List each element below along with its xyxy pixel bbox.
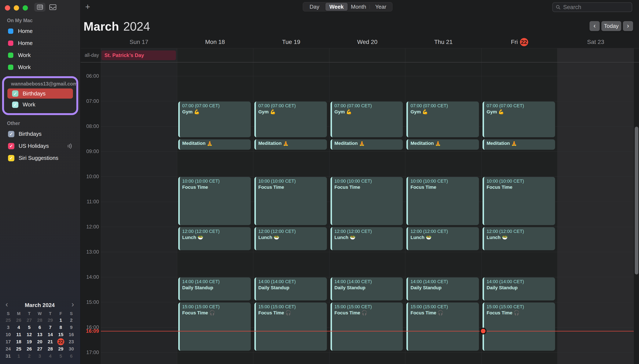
mini-calendar-day-9[interactable]: 9 xyxy=(66,324,77,331)
sidebar-item-us-holidays[interactable]: ✓US Holidays xyxy=(0,140,80,152)
zoom-button[interactable] xyxy=(23,5,28,10)
mini-calendar-day-29[interactable]: 29 xyxy=(56,346,66,352)
close-button[interactable] xyxy=(5,5,10,10)
next-week-button[interactable]: › xyxy=(623,21,633,31)
event-focus-time[interactable]: 10:00 (10:00 CET)Focus Time xyxy=(406,177,479,225)
mini-calendar-prev-icon[interactable]: ‹ xyxy=(6,301,8,310)
mini-calendar-day-28[interactable]: 28 xyxy=(45,346,56,352)
all-day-cell-fri[interactable] xyxy=(481,48,557,62)
mini-calendar-day-5[interactable]: 5 xyxy=(24,324,35,331)
mini-calendar-day-17[interactable]: 17 xyxy=(3,338,14,346)
day-column-sun[interactable] xyxy=(101,62,177,364)
mini-calendar-day-21[interactable]: 21 xyxy=(45,338,56,346)
event-gym[interactable]: 07:00 (07:00 CET)Gym 💪 xyxy=(483,102,555,137)
calendar-view-button[interactable] xyxy=(34,3,46,12)
mini-calendar-day-25[interactable]: 25 xyxy=(3,317,14,324)
prev-week-button[interactable]: ‹ xyxy=(589,21,600,31)
mini-calendar-day-20[interactable]: 20 xyxy=(35,338,45,346)
day-column-wed[interactable]: 07:00 (07:00 CET)Gym 💪Meditation 🧘10:00 … xyxy=(329,62,405,364)
event-focus-time[interactable]: 15:00 (15:00 CET)Focus Time 🎧 xyxy=(483,302,555,351)
sidebar-item-work[interactable]: Work xyxy=(0,61,80,73)
day-header-sun-17[interactable]: Sun 17 xyxy=(101,36,177,48)
mini-calendar-day-11[interactable]: 11 xyxy=(14,331,24,338)
event-lunch[interactable]: 12:00 (12:00 CET)Lunch 🥗 xyxy=(330,227,403,250)
event-gym[interactable]: 07:00 (07:00 CET)Gym 💪 xyxy=(406,102,479,137)
mini-calendar-day-6[interactable]: 6 xyxy=(66,352,77,360)
all-day-cell-tue[interactable] xyxy=(253,48,329,62)
mini-calendar-day-16[interactable]: 16 xyxy=(66,331,77,338)
mini-calendar-day-15[interactable]: 15 xyxy=(56,331,66,338)
vertical-scrollbar[interactable] xyxy=(635,127,638,274)
tab-week[interactable]: Week xyxy=(325,3,347,11)
day-header-tue-19[interactable]: Tue 19 xyxy=(253,36,329,48)
mini-calendar-day-26[interactable]: 26 xyxy=(24,346,35,352)
mini-calendar-day-29[interactable]: 29 xyxy=(45,317,56,324)
event-focus-time[interactable]: 15:00 (15:00 CET)Focus Time 🎧 xyxy=(330,302,403,351)
day-header-mon-18[interactable]: Mon 18 xyxy=(177,36,253,48)
tab-year[interactable]: Year xyxy=(370,3,392,11)
all-day-cell-sun[interactable]: St. Patrick’s Day xyxy=(101,48,177,62)
event-focus-time[interactable]: 10:00 (10:00 CET)Focus Time xyxy=(254,177,327,225)
mini-calendar-day-13[interactable]: 13 xyxy=(35,331,45,338)
sidebar-item-home[interactable]: Home xyxy=(0,25,80,37)
mini-calendar-day-4[interactable]: 4 xyxy=(14,324,24,331)
sidebar-item-birthdays[interactable]: ✓Birthdays xyxy=(0,128,80,140)
calendar-checkbox[interactable]: ✓ xyxy=(8,131,14,137)
calendar-checkbox[interactable] xyxy=(8,40,13,46)
calendar-checkbox[interactable] xyxy=(8,52,13,58)
calendar-checkbox[interactable]: ✓ xyxy=(12,90,18,97)
day-column-thu[interactable]: 07:00 (07:00 CET)Gym 💪Meditation 🧘10:00 … xyxy=(405,62,481,364)
day-column-sat[interactable] xyxy=(557,62,634,364)
mini-calendar-day-3[interactable]: 3 xyxy=(3,324,14,331)
event-meditation[interactable]: Meditation 🧘 xyxy=(254,139,327,150)
event-focus-time[interactable]: 15:00 (15:00 CET)Focus Time 🎧 xyxy=(406,302,479,351)
day-column-tue[interactable]: 07:00 (07:00 CET)Gym 💪Meditation 🧘10:00 … xyxy=(253,62,329,364)
add-event-button[interactable]: + xyxy=(85,2,90,11)
event-daily-standup[interactable]: 14:00 (14:00 CET)Daily Standup xyxy=(330,278,403,300)
mini-calendar-day-30[interactable]: 30 xyxy=(66,346,77,352)
event-gym[interactable]: 07:00 (07:00 CET)Gym 💪 xyxy=(254,102,327,137)
tab-month[interactable]: Month xyxy=(348,3,370,11)
calendar-checkbox[interactable]: ✓ xyxy=(8,155,14,161)
event-focus-time[interactable]: 15:00 (15:00 CET)Focus Time 🎧 xyxy=(254,302,327,351)
mini-calendar-day-24[interactable]: 24 xyxy=(3,346,14,352)
all-day-cell-thu[interactable] xyxy=(405,48,481,62)
mini-calendar-day-12[interactable]: 12 xyxy=(24,331,35,338)
day-header-thu-21[interactable]: Thu 21 xyxy=(405,36,482,48)
mini-calendar-next-icon[interactable]: › xyxy=(72,301,74,310)
day-column-mon[interactable]: 07:00 (07:00 CET)Gym 💪Meditation 🧘10:00 … xyxy=(177,62,253,364)
today-button[interactable]: Today xyxy=(601,21,621,31)
all-day-event-st-patrick-s-day[interactable]: St. Patrick’s Day xyxy=(102,50,176,60)
all-day-cell-sat[interactable] xyxy=(557,48,634,62)
event-meditation[interactable]: Meditation 🧘 xyxy=(406,139,479,150)
sidebar-item-work[interactable]: Work xyxy=(0,49,80,61)
mini-calendar-day-25[interactable]: 25 xyxy=(14,346,24,352)
event-lunch[interactable]: 12:00 (12:00 CET)Lunch 🥗 xyxy=(406,227,479,250)
event-daily-standup[interactable]: 14:00 (14:00 CET)Daily Standup xyxy=(178,278,251,300)
mini-calendar-day-4[interactable]: 4 xyxy=(45,352,56,360)
calendar-checkbox[interactable]: ✓ xyxy=(12,102,18,108)
mini-calendar-day-1[interactable]: 1 xyxy=(56,317,66,324)
mini-calendar-day-6[interactable]: 6 xyxy=(35,324,45,331)
inbox-button[interactable] xyxy=(48,4,58,11)
mini-calendar-day-27[interactable]: 27 xyxy=(35,346,45,352)
event-daily-standup[interactable]: 14:00 (14:00 CET)Daily Standup xyxy=(483,278,555,300)
event-focus-time[interactable]: 10:00 (10:00 CET)Focus Time xyxy=(483,177,555,225)
calendar-checkbox[interactable]: ✓ xyxy=(8,143,14,149)
event-gym[interactable]: 07:00 (07:00 CET)Gym 💪 xyxy=(330,102,403,137)
calendar-checkbox[interactable] xyxy=(8,28,13,34)
sidebar-item-birthdays[interactable]: ✓Birthdays xyxy=(8,88,73,98)
day-header-fri-22[interactable]: Fri22 xyxy=(482,36,558,48)
mini-calendar-day-28[interactable]: 28 xyxy=(35,317,45,324)
day-header-sat-23[interactable]: Sat 23 xyxy=(558,36,634,48)
search-field[interactable] xyxy=(552,2,632,12)
mini-calendar-day-22[interactable]: 22 xyxy=(56,338,66,346)
mini-calendar-day-3[interactable]: 3 xyxy=(35,352,45,360)
event-lunch[interactable]: 12:00 (12:00 CET)Lunch 🥗 xyxy=(254,227,327,250)
event-gym[interactable]: 07:00 (07:00 CET)Gym 💪 xyxy=(178,102,251,137)
all-day-cell-mon[interactable] xyxy=(177,48,253,62)
sidebar-item-siri-suggestions[interactable]: ✓Siri Suggestions xyxy=(0,152,80,164)
mini-calendar-day-19[interactable]: 19 xyxy=(24,338,35,346)
mini-calendar-day-2[interactable]: 2 xyxy=(24,352,35,360)
mini-calendar-day-5[interactable]: 5 xyxy=(56,352,66,360)
